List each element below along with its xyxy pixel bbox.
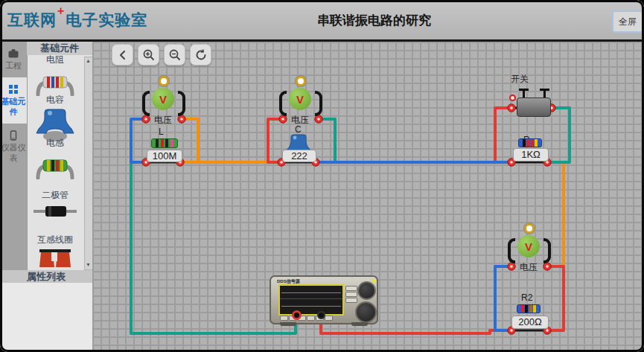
voltmeter-left-leg [508, 238, 515, 263]
amplitude-knob[interactable] [357, 281, 376, 300]
instrument-icon [8, 130, 19, 141]
component-item-diode[interactable]: 二极管 [27, 189, 83, 223]
mutual-inductor-icon [34, 248, 77, 270]
sg-mode-button[interactable] [345, 292, 357, 297]
project-icon [8, 48, 19, 59]
scroll-up-icon[interactable]: ▲ [85, 58, 92, 63]
sg-output-terminal-positive[interactable] [294, 313, 299, 318]
sg-mode-button[interactable] [345, 298, 357, 303]
voltmeter-left-leg [279, 91, 287, 116]
inductor-icon [32, 151, 78, 179]
resistor1-body[interactable] [518, 138, 542, 147]
resistor2-name: R2 [521, 292, 532, 303]
sg-output-terminal-negative[interactable] [319, 313, 324, 318]
canvas-toolbar [112, 44, 211, 65]
reset-view-button[interactable] [190, 44, 211, 65]
inductor-body[interactable] [151, 138, 178, 148]
zoom-in-icon [142, 48, 156, 62]
component-inductor-label: 电感 [27, 137, 83, 150]
component-item-resistor[interactable]: 电阻 [27, 54, 83, 99]
voltmeter-dial[interactable]: V [152, 88, 174, 110]
power-led-icon [372, 279, 376, 283]
grid-icon [8, 84, 19, 95]
diode-icon [32, 203, 78, 220]
switch-pin [543, 91, 546, 97]
probe-pin-icon[interactable] [296, 76, 306, 86]
resistor1-value: 1KΩ [513, 148, 549, 161]
component-mutual-inductor-label: 互感线圈 [27, 234, 83, 246]
zoom-in-button[interactable] [138, 44, 159, 65]
back-icon [116, 48, 130, 62]
voltmeter-dial[interactable]: V [289, 88, 311, 110]
tab-basic-components[interactable]: 基础元件 [0, 77, 27, 124]
sg-button[interactable] [280, 316, 288, 321]
frequency-knob[interactable] [355, 301, 377, 323]
component-item-mutual-inductor[interactable]: 互感线圈 [27, 234, 83, 273]
resistor2-body[interactable] [517, 304, 541, 313]
resistor2-value: 200Ω [511, 316, 549, 329]
back-button[interactable] [112, 44, 133, 65]
zoom-out-icon [168, 48, 182, 62]
resistor-icon [32, 68, 78, 96]
inductor-value: 100M [147, 150, 182, 162]
capacitor-value: 222 [282, 150, 316, 162]
header-bar: 互联网+电子实验室 串联谐振电路的研究 全屏 [0, 0, 644, 42]
tab-instruments[interactable]: 仪器仪表 [0, 124, 27, 170]
page-title: 串联谐振电路的研究 [0, 12, 644, 29]
device-foot [351, 322, 368, 326]
voltmeter-C[interactable]: V 电压 [277, 76, 325, 128]
voltmeter-right-leg [178, 91, 185, 116]
voltmeter-left-leg [142, 91, 150, 116]
component-diode-label: 二极管 [27, 189, 83, 202]
zoom-out-button[interactable] [164, 44, 185, 65]
voltmeter-label: 电压 [154, 114, 172, 127]
device-foot [280, 322, 296, 326]
component-resistor-label: 电阻 [27, 54, 83, 66]
voltmeter-right-leg [315, 91, 322, 116]
reset-icon [194, 48, 208, 62]
switch-pin [523, 91, 525, 97]
tab-project-label: 工程 [5, 61, 22, 70]
signal-generator-screen [278, 284, 344, 316]
voltmeter-label: 电压 [520, 261, 538, 274]
component-capacitor-label: 电容 [27, 94, 83, 106]
tab-basic-components-label: 基础元件 [1, 97, 26, 116]
tab-project[interactable]: 工程 [0, 42, 27, 77]
voltmeter-R2[interactable]: V 电压 [506, 223, 553, 275]
app-window: 互联网+电子实验室 串联谐振电路的研究 全屏 工程 基础元件 仪器仪表 基础元件… [0, 0, 644, 352]
fullscreen-button[interactable]: 全屏 [612, 10, 643, 33]
sg-button[interactable] [325, 316, 333, 321]
component-item-inductor[interactable]: 电感 [27, 137, 83, 182]
tab-instruments-label: 仪器仪表 [1, 143, 26, 162]
switch-indicator-dot [509, 95, 516, 101]
probe-pin-icon[interactable] [159, 76, 169, 86]
property-list-body [0, 283, 92, 352]
signal-generator[interactable]: DDS信号源 [270, 275, 378, 324]
sg-button[interactable] [298, 316, 306, 321]
voltmeter-L[interactable]: V 电压 [140, 76, 188, 128]
voltmeter-dial[interactable]: V [517, 235, 540, 257]
scroll-down-icon[interactable]: ▼ [85, 262, 92, 267]
sg-button[interactable] [307, 316, 315, 321]
voltmeter-right-leg [543, 238, 551, 263]
probe-pin-icon[interactable] [524, 223, 535, 234]
inductor-name: L [159, 127, 164, 137]
switch-label: 开关 [511, 73, 552, 86]
switch-body[interactable] [517, 97, 551, 117]
sg-mode-button[interactable] [345, 286, 357, 291]
sidebar-tab-column: 工程 基础元件 仪器仪表 [0, 42, 27, 270]
